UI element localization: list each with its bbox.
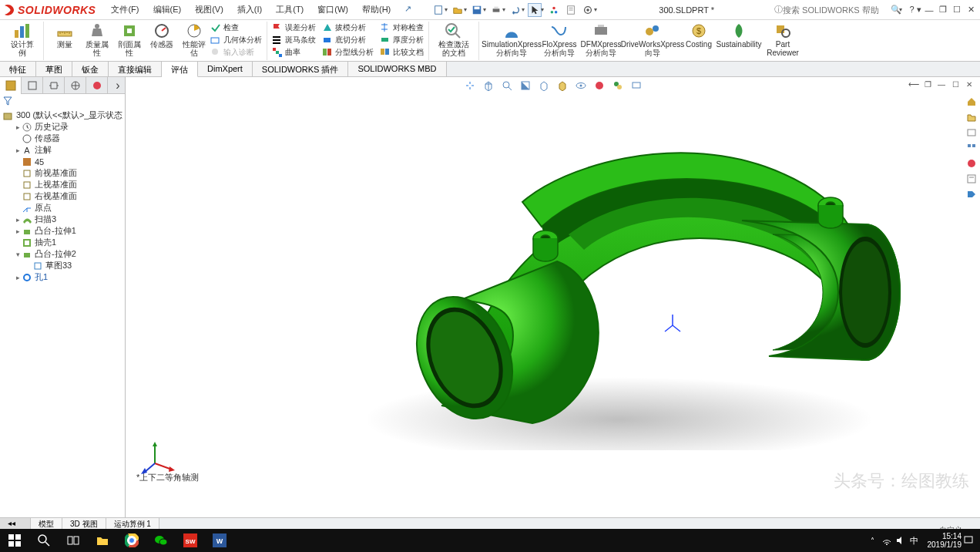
tab-evaluate[interactable]: 评估: [162, 62, 198, 77]
caret-icon[interactable]: ▸: [14, 216, 22, 224]
fm-tab-display[interactable]: [86, 77, 108, 94]
check-active-doc-button[interactable]: 检查激活的文档: [437, 22, 471, 57]
fm-tab-dimxpert[interactable]: [65, 77, 86, 94]
task-view[interactable]: [59, 529, 88, 552]
subwin-collapse[interactable]: ⟵: [908, 79, 920, 89]
fm-tab-next[interactable]: ›: [111, 79, 125, 93]
caret-icon[interactable]: ▾: [14, 251, 22, 258]
tab-sheetmetal[interactable]: 钣金: [72, 62, 109, 76]
measure-button[interactable]: 测量: [52, 22, 78, 49]
menu-pin-icon[interactable]: ↗: [401, 2, 414, 17]
menu-view[interactable]: 视图(V): [192, 2, 227, 17]
section-props-button[interactable]: 剖面属性: [116, 22, 143, 57]
caret-icon[interactable]: ▸: [14, 123, 22, 131]
fm-tab-property[interactable]: [22, 77, 43, 94]
subwin-close[interactable]: ✕: [963, 79, 975, 89]
undercut-analysis-button[interactable]: 底切分析: [322, 34, 374, 46]
chevron-down-icon[interactable]: ▾: [594, 6, 597, 13]
taskbar-clock[interactable]: 15:14 2019/1/19: [928, 532, 962, 549]
tree-right-plane[interactable]: 右视基准面: [3, 190, 123, 202]
taskpane-view-palette[interactable]: [965, 142, 978, 154]
doc-tab-model[interactable]: 模型: [31, 518, 62, 529]
curvature-button[interactable]: 曲率: [272, 46, 316, 59]
rebuild-button[interactable]: [547, 3, 561, 17]
sustainability-button[interactable]: Sustainability: [718, 22, 760, 49]
doc-tab-motion[interactable]: 运动算例 1: [106, 518, 159, 529]
hide-show-button[interactable]: [574, 79, 588, 93]
task-wechat[interactable]: [146, 529, 176, 552]
minimize-button[interactable]: —: [922, 4, 936, 16]
chevron-down-icon[interactable]: ▾: [445, 6, 448, 13]
menu-edit[interactable]: 编辑(E): [150, 2, 185, 17]
search-input[interactable]: [783, 5, 891, 15]
costing-button[interactable]: $Costing: [686, 22, 712, 49]
fm-filter-row[interactable]: [0, 94, 125, 108]
taskpane-design-lib[interactable]: [965, 111, 978, 123]
tab-addins[interactable]: SOLIDWORKS 插件: [253, 62, 349, 76]
menu-insert[interactable]: 插入(I): [234, 2, 265, 17]
tray-up[interactable]: ˄: [866, 529, 880, 552]
edit-appearance-button[interactable]: [592, 79, 606, 93]
task-word[interactable]: W: [205, 529, 234, 552]
tree-shell[interactable]: 抽壳1: [3, 237, 123, 248]
compare-docs-button[interactable]: 比较文档: [380, 46, 424, 59]
menu-file[interactable]: 文件(F): [108, 2, 142, 17]
view-settings-button[interactable]: [629, 79, 643, 93]
zebra-stripes-button[interactable]: 斑马条纹: [272, 34, 316, 46]
tree-boss2[interactable]: ▾凸台-拉伸2: [3, 248, 123, 260]
subwin-maximize[interactable]: ☐: [949, 79, 962, 89]
start-button[interactable]: [0, 529, 29, 552]
taskpane-explorer[interactable]: [965, 126, 978, 139]
open-button[interactable]: [451, 3, 465, 17]
menu-help[interactable]: 帮助(H): [359, 2, 394, 17]
undo-button[interactable]: [508, 3, 522, 17]
help-dropdown[interactable]: ? ▾: [908, 4, 922, 16]
doc-tab-3dview[interactable]: 3D 视图: [62, 518, 106, 529]
tree-sketch33[interactable]: 草图33: [3, 260, 123, 271]
sensor-button[interactable]: 传感器: [149, 22, 175, 49]
menu-tools[interactable]: 工具(T): [273, 2, 307, 17]
close-button[interactable]: ✕: [964, 4, 978, 16]
tree-history[interactable]: ▸历史记录: [3, 121, 123, 133]
apply-scene-button[interactable]: [611, 79, 625, 93]
taskpane-home[interactable]: [965, 96, 978, 108]
check-entity-button[interactable]: 检查: [210, 22, 262, 34]
chevron-down-icon[interactable]: ▾: [522, 6, 525, 13]
tree-sensors[interactable]: 传感器: [3, 133, 123, 144]
display-style-button[interactable]: [555, 79, 569, 93]
taskpane-custom-props[interactable]: [965, 173, 978, 185]
reference-triad[interactable]: [141, 440, 175, 474]
print-button[interactable]: [489, 3, 503, 17]
tray-ime-icon[interactable]: 中: [908, 529, 921, 552]
design-study-button[interactable]: 设计算例: [9, 22, 35, 57]
taskpane-appearances[interactable]: [965, 157, 978, 170]
task-explorer[interactable]: [88, 529, 117, 552]
tray-network-icon[interactable]: [880, 529, 894, 552]
driveworksxpress-button[interactable]: DriveWorksXpress向导: [626, 22, 680, 57]
section-view-button[interactable]: [519, 79, 532, 93]
tab-dimxpert[interactable]: DimXpert: [198, 62, 253, 76]
chevron-down-icon[interactable]: ▾: [464, 6, 467, 13]
draft-analysis-button[interactable]: 拔模分析: [322, 22, 374, 34]
tree-boss1[interactable]: ▸凸台-拉伸1: [3, 225, 123, 237]
tree-material[interactable]: 45: [3, 156, 123, 167]
perf-eval-button[interactable]: 性能评估: [181, 22, 207, 57]
menu-window[interactable]: 窗口(W): [314, 2, 351, 17]
tab-directedit[interactable]: 直接编辑: [109, 62, 162, 76]
zoom-area-button[interactable]: [482, 79, 495, 93]
save-button[interactable]: [470, 3, 484, 17]
caret-icon[interactable]: ▸: [14, 146, 22, 154]
simulationxpress-button[interactable]: SimulationXpress分析向导: [487, 22, 536, 57]
task-search[interactable]: [29, 529, 59, 552]
fm-tab-config[interactable]: [43, 77, 65, 94]
prev-view-button[interactable]: [500, 79, 514, 93]
tray-notifications-icon[interactable]: [962, 529, 975, 552]
mass-props-button[interactable]: 质量属性: [84, 22, 110, 57]
parting-line-button[interactable]: 分型线分析: [322, 46, 374, 59]
task-chrome[interactable]: [117, 529, 146, 552]
subwin-restore[interactable]: ❐: [921, 79, 934, 89]
chevron-down-icon[interactable]: ▾: [502, 6, 505, 13]
tree-front-plane[interactable]: 前视基准面: [3, 167, 123, 179]
help-search[interactable]: ⓘ 🔍▾: [774, 4, 904, 15]
new-button[interactable]: [431, 3, 445, 17]
